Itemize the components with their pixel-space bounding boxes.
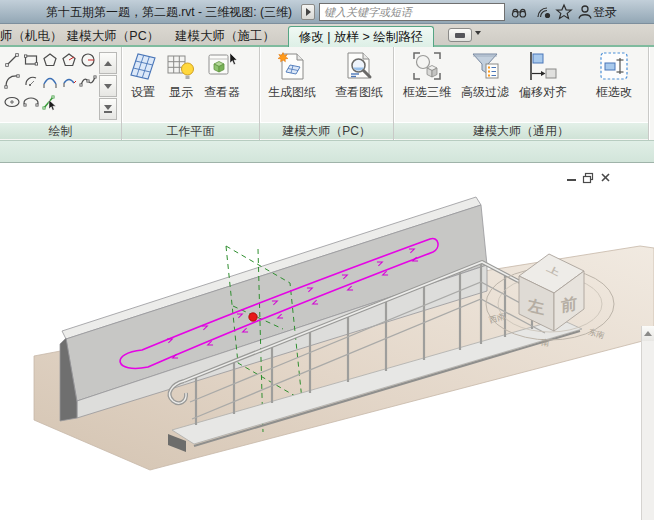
draw-circle-icon[interactable] [79,51,97,69]
chevron-up-icon [104,61,112,66]
offset-align-label: 偏移对齐 [519,84,567,101]
search-input[interactable] [319,3,505,21]
panel-label-work-plane: 工作平面 [122,122,259,139]
generate-sheet-label: 生成图纸 [268,84,316,101]
work-plane-viewer-icon [207,51,237,81]
search-expand-button[interactable] [301,4,315,20]
user-icon[interactable] [575,3,594,21]
draw-spline-icon[interactable] [79,72,97,90]
draw-scroll-up-button[interactable] [99,52,117,74]
draw-inscribed-polygon-icon[interactable] [41,51,59,69]
draw-tangent-arc-icon[interactable] [41,72,59,90]
view-restore-button[interactable] [581,171,595,184]
title-bar: 第十五期第一题，第二题.rvt - 三维视图: (三维) 登录 [0,0,654,24]
view-sheet-button[interactable]: 查看图纸 [330,51,388,101]
work-plane-viewer-label: 查看器 [204,84,240,101]
advanced-filter-label: 高级过滤 [461,84,509,101]
ribbon-state-icon [455,33,465,38]
work-plane-viewer-button[interactable]: 查看器 [204,51,240,101]
box-select-modify-icon [599,51,629,81]
draw-pick-line-icon[interactable] [41,93,59,111]
panel-bim-master-pc: 生成图纸 查看图纸 建模大师（PC） [260,47,394,140]
search-binoculars-icon[interactable] [509,3,528,21]
draw-ellipse-icon[interactable] [3,93,21,111]
draw-rectangle-icon[interactable] [22,51,40,69]
gallery-bar-icon [104,111,112,113]
ribbon: 绘制 设置 显示 [0,47,654,140]
viewport-3d-view[interactable]: 西南 南 东南 上 左 前 [0,163,654,520]
generate-sheet-icon [277,51,307,81]
restore-icon [582,172,594,184]
view-sheet-label: 查看图纸 [335,84,383,101]
panel-draw: 绘制 [0,47,122,140]
vertical-scrollbar[interactable] [641,326,654,520]
view-sheet-icon [344,51,374,81]
show-work-plane-button[interactable]: 显示 [166,51,196,101]
favorites-star-icon[interactable] [554,3,573,21]
show-work-plane-icon [166,51,196,81]
communication-center-icon[interactable] [533,3,552,21]
scrollbar-up-button[interactable] [642,326,654,341]
box-select-modify-button[interactable]: 框选改 [584,51,644,101]
draw-circumscribed-polygon-icon[interactable] [60,51,78,69]
set-work-plane-icon [128,51,158,81]
login-link[interactable]: 登录 [593,0,617,24]
box-select-3d-icon [412,51,442,81]
panel-work-plane: 设置 显示 查看器 工作平面 [122,47,260,140]
path-midpoint-dot[interactable] [249,313,257,321]
panel-bim-master-common: 框选三维 高级过滤 偏移对齐 [394,47,649,140]
draw-partial-ellipse-icon[interactable] [22,93,40,111]
draw-start-end-radius-arc-icon[interactable] [3,72,21,90]
play-icon [306,8,311,16]
tab-mep[interactable]: 师（机电） [0,26,58,47]
box-select-3d-label: 框选三维 [403,84,451,101]
panel-label-bim-master-common: 建模大师（通用） [394,122,648,139]
panel-label-draw: 绘制 [0,122,121,139]
view-minimize-button[interactable] [564,171,578,184]
window-title: 第十五期第一题，第二题.rvt - 三维视图: (三维) [46,0,292,24]
chevron-up-icon [644,331,652,336]
viewcube-front-label: 前 [560,293,577,314]
advanced-filter-button[interactable]: 高级过滤 [458,51,512,101]
set-work-plane-label: 设置 [131,84,155,101]
ribbon-minimize-button[interactable] [448,28,472,42]
show-work-plane-label: 显示 [169,84,193,101]
options-bar [0,140,654,163]
ribbon-tab-bar: 师（机电） 建模大师（PC） 建模大师（施工） 修改 | 放样 > 绘制路径 [0,24,654,47]
tab-bim-master-construction[interactable]: 建模大师（施工） [168,26,282,47]
box-select-3d-button[interactable]: 框选三维 [400,51,454,101]
view-close-button[interactable] [598,171,612,184]
offset-align-icon [528,51,558,81]
offset-align-button[interactable]: 偏移对齐 [516,51,570,101]
advanced-filter-icon [470,51,500,81]
draw-scroll-down-button[interactable] [99,75,117,97]
draw-center-ends-arc-icon[interactable] [22,72,40,90]
minimize-icon [566,172,577,183]
box-select-modify-label: 框选改 [596,84,632,101]
tab-bim-master-pc[interactable]: 建模大师（PC） [60,26,166,47]
generate-sheet-button[interactable]: 生成图纸 [263,51,321,101]
draw-expand-gallery-button[interactable] [99,98,117,120]
draw-fillet-arc-icon[interactable] [60,72,78,90]
tab-modify-sweep-sketch-path[interactable]: 修改 | 放样 > 绘制路径 [288,26,434,47]
close-icon [600,172,611,183]
chevron-down-icon [104,105,112,110]
panel-label-bim-master-pc: 建模大师（PC） [260,122,393,139]
chevron-down-icon [104,84,112,89]
model-canvas[interactable]: 西南 南 东南 上 左 前 [0,163,654,520]
set-work-plane-button[interactable]: 设置 [128,51,158,101]
ribbon-minimize-caret-icon[interactable] [475,31,481,35]
draw-line-icon[interactable] [3,51,21,69]
